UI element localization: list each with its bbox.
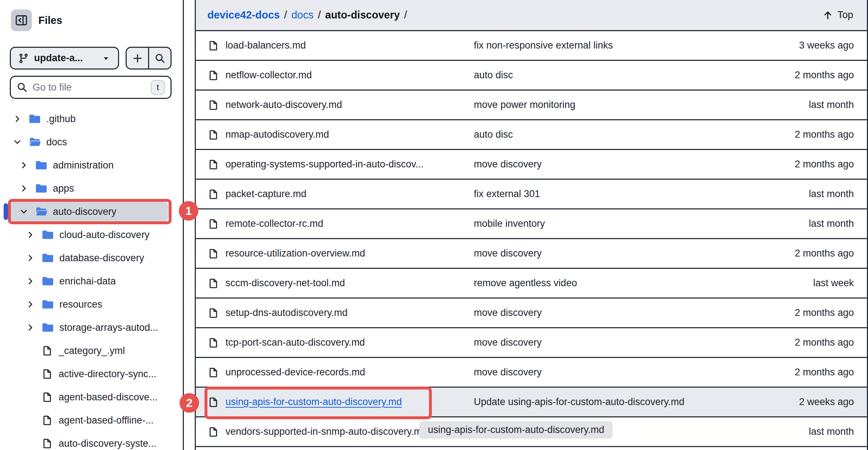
commit-message-link[interactable]: move discovery xyxy=(474,307,747,318)
tree-item-enrichai-data[interactable]: enrichai-data xyxy=(0,270,183,293)
tree-item-label: auto-discovery xyxy=(53,206,117,217)
file-row: setup-dns-autodiscovery.md move discover… xyxy=(196,299,867,328)
file-name-link[interactable]: operating-systems-supported-in-auto-disc… xyxy=(226,159,424,170)
tree-item-label: agent-based-offline-... xyxy=(59,415,153,426)
collapse-sidebar-button[interactable] xyxy=(11,9,32,31)
search-code-button[interactable] xyxy=(148,48,170,68)
breadcrumb: device42-docs / docs / auto-discovery / xyxy=(207,9,407,21)
tree-item-cloud-auto-discovery[interactable]: cloud-auto-discovery xyxy=(0,223,183,246)
tree-item-administration[interactable]: administration xyxy=(0,154,183,177)
file-name-link[interactable]: remote-collector-rc.md xyxy=(226,218,323,229)
tree-item-active-directory-sync[interactable]: active-directory-sync... xyxy=(0,362,183,386)
top-button-label: Top xyxy=(837,9,853,21)
annotation-badge-2: 2 xyxy=(180,393,199,413)
file-name-link[interactable]: using-apis-for-custom-auto-discovery.md xyxy=(226,396,402,408)
commit-message-link[interactable]: auto disc xyxy=(474,129,747,140)
commit-date: 2 months ago xyxy=(747,159,867,170)
add-file-button[interactable] xyxy=(127,48,148,68)
commit-message-link[interactable]: move discovery xyxy=(474,367,747,378)
file-icon xyxy=(208,337,219,349)
commit-message-link[interactable]: fix non-responsive external links xyxy=(474,40,747,51)
tree-item-category-yml[interactable]: _category_.yml xyxy=(0,339,183,362)
scroll-to-top-button[interactable]: Top xyxy=(823,9,853,21)
commit-date: 2 months ago xyxy=(747,70,867,81)
chevron-right-icon xyxy=(20,184,28,193)
file-icon xyxy=(208,307,219,319)
breadcrumb-current: auto-discovery xyxy=(325,9,400,21)
file-name-link[interactable]: nmap-autodiscovery.md xyxy=(226,129,329,140)
file-name-link[interactable]: sccm-discovery-net-tool.md xyxy=(226,278,345,289)
file-row: packet-capture.md fix external 301 last … xyxy=(196,180,867,209)
tree-item-agent-based-discovery[interactable]: agent-based-discove... xyxy=(0,386,183,409)
file-row: sccm-discovery-net-tool.md remove agentl… xyxy=(196,269,867,299)
commit-message-link[interactable]: move discovery xyxy=(474,159,747,170)
commit-message-link[interactable]: fix external 301 xyxy=(474,188,747,200)
tree-item-agent-based-offline[interactable]: agent-based-offline-... xyxy=(0,409,183,432)
tree-item-label: docs xyxy=(46,137,67,148)
file-icon xyxy=(208,367,219,378)
file-name-link[interactable]: vendors-supported-in-snmp-auto-discovery… xyxy=(226,426,427,437)
tree-item-database-discovery[interactable]: database-discovery xyxy=(0,246,183,270)
commit-date: last month xyxy=(747,218,867,229)
folder-icon xyxy=(29,113,41,125)
chevron-down-icon xyxy=(13,138,22,146)
file-icon xyxy=(208,248,219,259)
tree-item-storage-arrays[interactable]: storage-arrays-autod... xyxy=(0,316,183,339)
files-panel-title: Files xyxy=(38,14,62,26)
file-name-link[interactable]: resource-utilization-overview.md xyxy=(226,248,365,259)
breadcrumb-docs-link[interactable]: docs xyxy=(291,9,313,21)
sidebar-divider[interactable] xyxy=(183,0,184,450)
commit-message-link[interactable]: move power monitoring xyxy=(474,99,747,111)
file-name-link[interactable]: packet-capture.md xyxy=(226,188,307,200)
chevron-right-icon xyxy=(26,254,35,262)
commit-date: last week xyxy=(747,278,867,289)
tree-item-auto-discovery-system[interactable]: auto-discovery-syste... xyxy=(0,432,183,450)
file-icon xyxy=(42,438,53,449)
commit-message-link[interactable]: Update using-apis-for-custom-auto-discov… xyxy=(474,396,747,408)
chevron-right-icon xyxy=(26,230,35,239)
search-icon xyxy=(155,53,165,64)
file-name-link[interactable]: netflow-collector.md xyxy=(226,70,312,81)
file-name-link[interactable]: setup-dns-autodiscovery.md xyxy=(226,307,347,318)
file-name-link[interactable]: unprocessed-device-records.md xyxy=(226,367,365,378)
file-row: load-balancers.md fix non-responsive ext… xyxy=(196,31,867,61)
commit-message-link[interactable]: auto disc xyxy=(474,70,747,81)
file-icon xyxy=(42,415,53,426)
file-name-link[interactable]: network-auto-discovery.md xyxy=(226,99,342,111)
commit-date: last month xyxy=(747,426,867,437)
commit-date: 2 months ago xyxy=(747,129,867,140)
file-row: tcp-port-scan-auto-discovery.md move dis… xyxy=(196,328,867,358)
breadcrumb-repo-link[interactable]: device42-docs xyxy=(207,9,280,21)
tree-item-apps[interactable]: apps xyxy=(0,177,183,200)
folder-open-icon xyxy=(35,206,47,217)
breadcrumb-separator: / xyxy=(404,9,407,21)
tree-item-auto-discovery[interactable]: auto-discovery xyxy=(0,200,183,223)
branch-selector-button[interactable]: update-a... xyxy=(10,47,119,70)
file-name-link[interactable]: tcp-port-scan-auto-discovery.md xyxy=(226,337,365,348)
commit-message-link[interactable]: remove agentless video xyxy=(474,278,747,289)
commit-message-link[interactable]: mobile inventory xyxy=(474,218,747,229)
commit-date: 2 months ago xyxy=(747,248,867,259)
file-name-link[interactable]: load-balancers.md xyxy=(226,40,306,51)
tree-item-docs[interactable]: docs xyxy=(0,130,183,154)
shortcut-key-badge: t xyxy=(151,80,165,95)
tree-item-github[interactable]: .github xyxy=(0,107,183,130)
file-icon xyxy=(42,368,53,379)
plus-icon xyxy=(132,53,143,64)
file-icon xyxy=(208,40,219,51)
tree-item-resources[interactable]: resources xyxy=(0,293,183,316)
file-actions-group xyxy=(126,47,172,70)
commit-date: 2 months ago xyxy=(747,307,867,318)
commit-message-link[interactable]: move discovery xyxy=(474,248,747,259)
file-row: network-auto-discovery.md move power mon… xyxy=(196,91,867,120)
folder-icon xyxy=(42,275,54,287)
go-to-file-input[interactable] xyxy=(33,82,146,93)
git-branch-icon xyxy=(18,53,29,64)
folder-icon xyxy=(42,252,54,264)
commit-message-link[interactable]: move discovery xyxy=(474,337,747,348)
tree-item-label: apps xyxy=(53,183,74,194)
file-row: netflow-collector.md auto disc 2 months … xyxy=(196,61,867,91)
file-row: unprocessed-device-records.md move disco… xyxy=(196,358,867,388)
file-icon xyxy=(42,345,53,356)
file-row: remote-collector-rc.md mobile inventory … xyxy=(196,209,867,239)
